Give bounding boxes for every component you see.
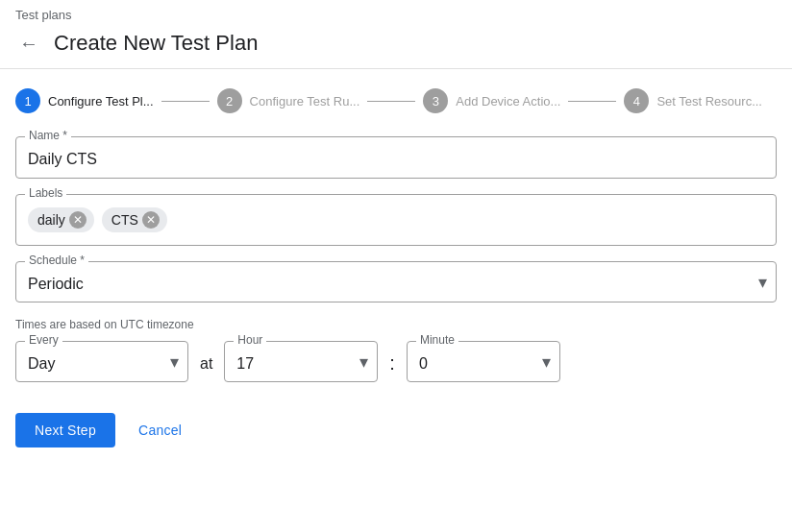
colon-separator: : (389, 352, 395, 375)
step-2-circle: 2 (217, 88, 242, 113)
minute-label: Minute (416, 333, 458, 347)
next-step-button[interactable]: Next Step (15, 413, 115, 447)
hour-field-group: Hour 0123 4567 891011 12131415 16171819 … (224, 341, 378, 382)
cancel-button[interactable]: Cancel (131, 413, 189, 447)
every-field-group: Every Hour Day Week ▾ (15, 341, 188, 382)
back-button[interactable]: ← (15, 30, 42, 57)
step-connector-1 (161, 101, 210, 102)
every-select[interactable]: Hour Day Week (15, 341, 188, 382)
step-4: 4 Set Test Resourc... (624, 88, 762, 113)
stepper: 1 Configure Test Pl... 2 Configure Test … (0, 69, 792, 129)
minute-field-group: Minute 0510 152025 303540 455055 ▾ (407, 341, 560, 382)
page-header: ← Create New Test Plan (0, 26, 792, 69)
schedule-field-group: Schedule * Periodic One Time ▾ (15, 261, 777, 302)
schedule-label: Schedule * (25, 254, 88, 267)
schedule-select-wrapper: Periodic One Time ▾ (15, 261, 777, 302)
chip-cts: CTS ✕ (102, 207, 167, 232)
step-4-label: Set Test Resourc... (656, 94, 762, 109)
breadcrumb: Test plans (0, 0, 792, 26)
page-title: Create New Test Plan (54, 31, 258, 56)
periodic-row: Every Hour Day Week ▾ at Hour 0123 4567 … (15, 341, 777, 382)
form-area: Name * Labels daily ✕ CTS ✕ Schedule * P… (0, 129, 792, 413)
chip-cts-close[interactable]: ✕ (142, 211, 160, 229)
chip-cts-text: CTS (111, 212, 138, 228)
step-1-circle: 1 (15, 88, 40, 113)
minute-select[interactable]: 0510 152025 303540 455055 (407, 341, 560, 382)
step-1-label: Configure Test Pl... (48, 94, 154, 109)
step-1: 1 Configure Test Pl... (15, 88, 154, 113)
footer-buttons: Next Step Cancel (0, 413, 792, 447)
schedule-select[interactable]: Periodic One Time (15, 261, 777, 302)
every-label: Every (25, 333, 62, 347)
hour-label: Hour (234, 333, 266, 347)
chip-daily-text: daily (37, 212, 65, 228)
step-3-label: Add Device Actio... (456, 94, 560, 109)
step-3-circle: 3 (423, 88, 448, 113)
step-connector-2 (367, 101, 415, 102)
chip-daily-close[interactable]: ✕ (69, 211, 87, 229)
name-field-group: Name * (15, 136, 777, 179)
step-connector-3 (568, 101, 616, 102)
labels-input[interactable]: daily ✕ CTS ✕ (15, 194, 777, 246)
timezone-note: Times are based on UTC timezone (15, 318, 777, 331)
labels-field-group: Labels daily ✕ CTS ✕ (15, 194, 777, 246)
step-2: 2 Configure Test Ru... (217, 88, 360, 113)
name-input[interactable] (15, 136, 777, 179)
step-2-label: Configure Test Ru... (250, 94, 360, 109)
hour-select[interactable]: 0123 4567 891011 12131415 16171819 20212… (224, 341, 378, 382)
name-label: Name * (25, 129, 71, 142)
chip-daily: daily ✕ (28, 207, 94, 232)
step-4-circle: 4 (624, 88, 649, 113)
labels-label: Labels (25, 186, 66, 200)
at-label: at (200, 355, 212, 373)
step-3: 3 Add Device Actio... (423, 88, 560, 113)
